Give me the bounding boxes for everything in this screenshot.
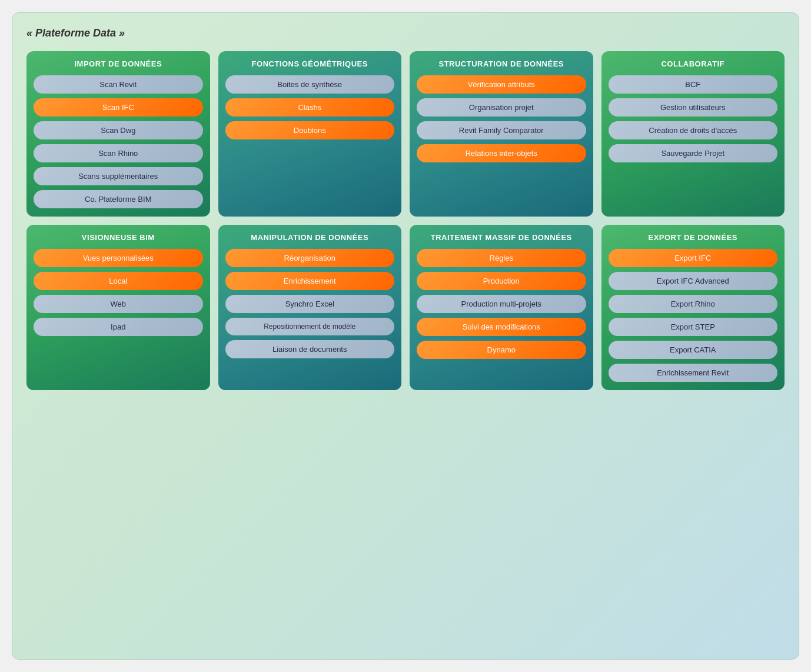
pill-gestion[interactable]: Gestion utilisateurs bbox=[609, 98, 778, 117]
pill-regles[interactable]: Règles bbox=[417, 249, 586, 267]
pill-revit-family[interactable]: Revit Family Comparator bbox=[417, 121, 586, 139]
pill-export-ifc-adv[interactable]: Export IFC Advanced bbox=[609, 272, 778, 290]
card-export: EXPORT DE DONNÉES Export IFC Export IFC … bbox=[601, 225, 785, 390]
pill-suivi[interactable]: Suivi des modifications bbox=[417, 318, 586, 336]
pill-synchro[interactable]: Synchro Excel bbox=[225, 295, 395, 313]
pill-production[interactable]: Production bbox=[417, 272, 586, 290]
pill-export-ifc[interactable]: Export IFC bbox=[609, 249, 778, 267]
pill-enrichissement[interactable]: Enrichissement bbox=[225, 272, 395, 290]
pill-scan-revit[interactable]: Scan Revit bbox=[34, 75, 203, 94]
pill-verification[interactable]: Vérification attributs bbox=[417, 75, 586, 94]
pill-boites[interactable]: Boites de synthèse bbox=[225, 75, 395, 94]
card-structuration: STRUCTURATION DE DONNÉES Vérification at… bbox=[410, 51, 593, 217]
card-export-title: EXPORT DE DONNÉES bbox=[609, 233, 778, 242]
pill-sauvegarde[interactable]: Sauvegarde Projet bbox=[609, 144, 778, 162]
card-visionneuse-title: VISIONNEUSE BIM bbox=[34, 233, 203, 242]
pill-repositionnement[interactable]: Repositionnement de modèle bbox=[225, 318, 395, 335]
pill-web[interactable]: Web bbox=[34, 295, 203, 313]
pill-dynamo[interactable]: Dynamo bbox=[417, 341, 586, 359]
card-visionneuse: VISIONNEUSE BIM Vues personnalisées Loca… bbox=[26, 225, 210, 390]
pill-export-step[interactable]: Export STEP bbox=[609, 318, 778, 336]
card-traitement-title: TRAITEMENT MASSIF DE DONNÉES bbox=[417, 233, 586, 242]
pill-scan-dwg[interactable]: Scan Dwg bbox=[34, 121, 203, 139]
pill-reorganisation[interactable]: Réorganisation bbox=[225, 249, 395, 267]
card-manipulation: MANIPULATION DE DONNÉES Réorganisation E… bbox=[218, 225, 402, 390]
pill-doublons[interactable]: Doublons bbox=[225, 121, 395, 139]
card-collaboratif: COLLABORATIF BCF Gestion utilisateurs Cr… bbox=[601, 51, 785, 217]
card-manipulation-title: MANIPULATION DE DONNÉES bbox=[225, 233, 395, 242]
pill-liaison[interactable]: Liaison de documents bbox=[225, 340, 395, 358]
pill-organisation[interactable]: Organisation projet bbox=[417, 98, 586, 117]
pill-production-multi[interactable]: Production multi-projets bbox=[417, 295, 586, 313]
pill-relations[interactable]: Relations inter-objets bbox=[417, 144, 586, 162]
pill-bcf[interactable]: BCF bbox=[609, 75, 778, 94]
pill-scan-rhino[interactable]: Scan Rhino bbox=[34, 144, 203, 162]
pill-clashs[interactable]: Clashs bbox=[225, 98, 395, 117]
page-title: « Plateforme Data » bbox=[26, 27, 785, 39]
pill-vues[interactable]: Vues personnalisées bbox=[34, 249, 203, 267]
pill-scan-ifc[interactable]: Scan IFC bbox=[34, 98, 203, 117]
pill-co-plateforme[interactable]: Co. Plateforme BIM bbox=[34, 190, 203, 208]
card-structuration-title: STRUCTURATION DE DONNÉES bbox=[417, 59, 586, 68]
page-container: « Plateforme Data » IMPORT DE DONNÉES Sc… bbox=[12, 12, 799, 660]
pill-export-catia[interactable]: Export CATIA bbox=[609, 341, 778, 359]
pill-local[interactable]: Local bbox=[34, 272, 203, 290]
pill-scans-suppl[interactable]: Scans supplémentaires bbox=[34, 167, 203, 185]
pill-enrichissement-revit[interactable]: Enrichissement Revit bbox=[609, 364, 778, 382]
pill-creation-droits[interactable]: Création de droits d'accès bbox=[609, 121, 778, 139]
card-fonctions: FONCTIONS GÉOMÉTRIQUES Boites de synthès… bbox=[218, 51, 402, 217]
card-import-title: IMPORT DE DONNÉES bbox=[34, 59, 203, 68]
pill-export-rhino[interactable]: Export Rhino bbox=[609, 295, 778, 313]
card-import: IMPORT DE DONNÉES Scan Revit Scan IFC Sc… bbox=[26, 51, 210, 217]
card-traitement: TRAITEMENT MASSIF DE DONNÉES Règles Prod… bbox=[410, 225, 593, 390]
card-fonctions-title: FONCTIONS GÉOMÉTRIQUES bbox=[225, 59, 395, 68]
card-collaboratif-title: COLLABORATIF bbox=[609, 59, 778, 68]
pill-ipad[interactable]: Ipad bbox=[34, 318, 203, 336]
grid-layout: IMPORT DE DONNÉES Scan Revit Scan IFC Sc… bbox=[26, 51, 785, 390]
